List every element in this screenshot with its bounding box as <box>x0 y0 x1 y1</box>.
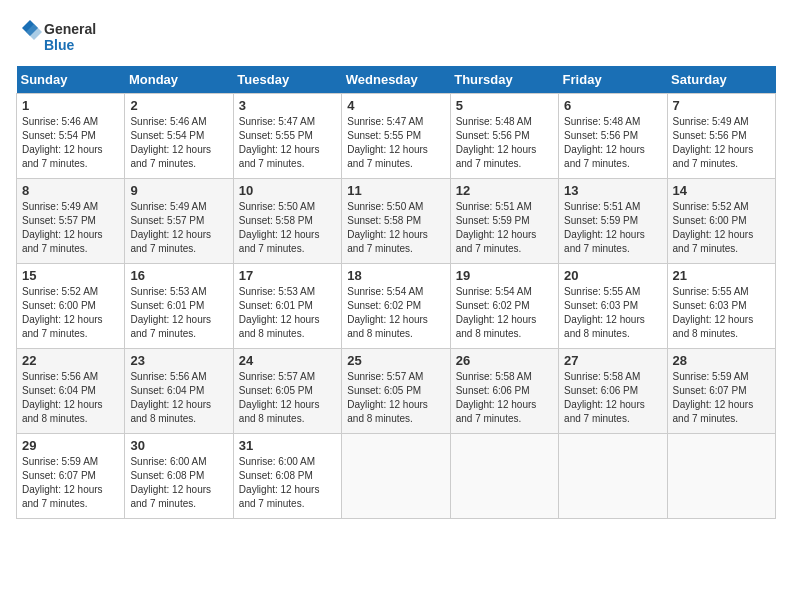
day-number: 20 <box>564 268 661 283</box>
calendar-cell: 18Sunrise: 5:54 AM Sunset: 6:02 PM Dayli… <box>342 264 450 349</box>
day-info: Sunrise: 5:47 AM Sunset: 5:55 PM Dayligh… <box>347 115 444 171</box>
column-header-friday: Friday <box>559 66 667 94</box>
day-info: Sunrise: 5:55 AM Sunset: 6:03 PM Dayligh… <box>564 285 661 341</box>
calendar-cell: 31Sunrise: 6:00 AM Sunset: 6:08 PM Dayli… <box>233 434 341 519</box>
day-number: 30 <box>130 438 227 453</box>
day-number: 19 <box>456 268 553 283</box>
day-number: 12 <box>456 183 553 198</box>
day-number: 24 <box>239 353 336 368</box>
day-number: 25 <box>347 353 444 368</box>
day-info: Sunrise: 5:57 AM Sunset: 6:05 PM Dayligh… <box>239 370 336 426</box>
day-number: 23 <box>130 353 227 368</box>
day-number: 10 <box>239 183 336 198</box>
calendar-cell: 2Sunrise: 5:46 AM Sunset: 5:54 PM Daylig… <box>125 94 233 179</box>
column-header-saturday: Saturday <box>667 66 775 94</box>
svg-text:General: General <box>44 21 96 37</box>
column-header-wednesday: Wednesday <box>342 66 450 94</box>
day-info: Sunrise: 5:49 AM Sunset: 5:57 PM Dayligh… <box>130 200 227 256</box>
day-info: Sunrise: 5:56 AM Sunset: 6:04 PM Dayligh… <box>22 370 119 426</box>
day-info: Sunrise: 5:50 AM Sunset: 5:58 PM Dayligh… <box>239 200 336 256</box>
week-row-4: 22Sunrise: 5:56 AM Sunset: 6:04 PM Dayli… <box>17 349 776 434</box>
day-number: 21 <box>673 268 770 283</box>
day-info: Sunrise: 5:46 AM Sunset: 5:54 PM Dayligh… <box>130 115 227 171</box>
day-number: 1 <box>22 98 119 113</box>
day-number: 2 <box>130 98 227 113</box>
day-info: Sunrise: 6:00 AM Sunset: 6:08 PM Dayligh… <box>239 455 336 511</box>
calendar-cell <box>667 434 775 519</box>
day-info: Sunrise: 5:51 AM Sunset: 5:59 PM Dayligh… <box>564 200 661 256</box>
logo: General Blue <box>16 16 106 56</box>
calendar-cell: 5Sunrise: 5:48 AM Sunset: 5:56 PM Daylig… <box>450 94 558 179</box>
day-number: 9 <box>130 183 227 198</box>
day-number: 5 <box>456 98 553 113</box>
day-info: Sunrise: 5:59 AM Sunset: 6:07 PM Dayligh… <box>22 455 119 511</box>
day-number: 31 <box>239 438 336 453</box>
day-number: 14 <box>673 183 770 198</box>
week-row-5: 29Sunrise: 5:59 AM Sunset: 6:07 PM Dayli… <box>17 434 776 519</box>
calendar-cell: 1Sunrise: 5:46 AM Sunset: 5:54 PM Daylig… <box>17 94 125 179</box>
calendar-cell: 13Sunrise: 5:51 AM Sunset: 5:59 PM Dayli… <box>559 179 667 264</box>
calendar-cell: 24Sunrise: 5:57 AM Sunset: 6:05 PM Dayli… <box>233 349 341 434</box>
calendar-body: 1Sunrise: 5:46 AM Sunset: 5:54 PM Daylig… <box>17 94 776 519</box>
day-info: Sunrise: 5:56 AM Sunset: 6:04 PM Dayligh… <box>130 370 227 426</box>
column-header-monday: Monday <box>125 66 233 94</box>
day-number: 15 <box>22 268 119 283</box>
day-info: Sunrise: 5:53 AM Sunset: 6:01 PM Dayligh… <box>239 285 336 341</box>
column-header-thursday: Thursday <box>450 66 558 94</box>
week-row-2: 8Sunrise: 5:49 AM Sunset: 5:57 PM Daylig… <box>17 179 776 264</box>
day-info: Sunrise: 5:49 AM Sunset: 5:56 PM Dayligh… <box>673 115 770 171</box>
calendar-cell: 9Sunrise: 5:49 AM Sunset: 5:57 PM Daylig… <box>125 179 233 264</box>
week-row-3: 15Sunrise: 5:52 AM Sunset: 6:00 PM Dayli… <box>17 264 776 349</box>
calendar-cell: 21Sunrise: 5:55 AM Sunset: 6:03 PM Dayli… <box>667 264 775 349</box>
day-info: Sunrise: 5:49 AM Sunset: 5:57 PM Dayligh… <box>22 200 119 256</box>
day-info: Sunrise: 5:55 AM Sunset: 6:03 PM Dayligh… <box>673 285 770 341</box>
day-info: Sunrise: 6:00 AM Sunset: 6:08 PM Dayligh… <box>130 455 227 511</box>
calendar-cell: 3Sunrise: 5:47 AM Sunset: 5:55 PM Daylig… <box>233 94 341 179</box>
day-info: Sunrise: 5:58 AM Sunset: 6:06 PM Dayligh… <box>456 370 553 426</box>
day-number: 18 <box>347 268 444 283</box>
calendar-cell: 16Sunrise: 5:53 AM Sunset: 6:01 PM Dayli… <box>125 264 233 349</box>
calendar-cell: 20Sunrise: 5:55 AM Sunset: 6:03 PM Dayli… <box>559 264 667 349</box>
day-info: Sunrise: 5:54 AM Sunset: 6:02 PM Dayligh… <box>347 285 444 341</box>
calendar-table: SundayMondayTuesdayWednesdayThursdayFrid… <box>16 66 776 519</box>
calendar-cell: 7Sunrise: 5:49 AM Sunset: 5:56 PM Daylig… <box>667 94 775 179</box>
calendar-header-row: SundayMondayTuesdayWednesdayThursdayFrid… <box>17 66 776 94</box>
day-number: 28 <box>673 353 770 368</box>
day-info: Sunrise: 5:51 AM Sunset: 5:59 PM Dayligh… <box>456 200 553 256</box>
day-info: Sunrise: 5:54 AM Sunset: 6:02 PM Dayligh… <box>456 285 553 341</box>
week-row-1: 1Sunrise: 5:46 AM Sunset: 5:54 PM Daylig… <box>17 94 776 179</box>
day-number: 22 <box>22 353 119 368</box>
calendar-cell: 6Sunrise: 5:48 AM Sunset: 5:56 PM Daylig… <box>559 94 667 179</box>
day-info: Sunrise: 5:57 AM Sunset: 6:05 PM Dayligh… <box>347 370 444 426</box>
calendar-cell: 14Sunrise: 5:52 AM Sunset: 6:00 PM Dayli… <box>667 179 775 264</box>
calendar-cell: 17Sunrise: 5:53 AM Sunset: 6:01 PM Dayli… <box>233 264 341 349</box>
column-header-sunday: Sunday <box>17 66 125 94</box>
calendar-cell: 8Sunrise: 5:49 AM Sunset: 5:57 PM Daylig… <box>17 179 125 264</box>
day-info: Sunrise: 5:59 AM Sunset: 6:07 PM Dayligh… <box>673 370 770 426</box>
logo-svg: General Blue <box>16 16 106 56</box>
day-info: Sunrise: 5:52 AM Sunset: 6:00 PM Dayligh… <box>673 200 770 256</box>
calendar-cell <box>342 434 450 519</box>
day-number: 7 <box>673 98 770 113</box>
day-number: 8 <box>22 183 119 198</box>
day-info: Sunrise: 5:48 AM Sunset: 5:56 PM Dayligh… <box>456 115 553 171</box>
calendar-cell: 29Sunrise: 5:59 AM Sunset: 6:07 PM Dayli… <box>17 434 125 519</box>
day-info: Sunrise: 5:53 AM Sunset: 6:01 PM Dayligh… <box>130 285 227 341</box>
calendar-cell: 27Sunrise: 5:58 AM Sunset: 6:06 PM Dayli… <box>559 349 667 434</box>
calendar-cell: 25Sunrise: 5:57 AM Sunset: 6:05 PM Dayli… <box>342 349 450 434</box>
calendar-cell <box>559 434 667 519</box>
column-header-tuesday: Tuesday <box>233 66 341 94</box>
calendar-cell <box>450 434 558 519</box>
day-number: 29 <box>22 438 119 453</box>
day-info: Sunrise: 5:48 AM Sunset: 5:56 PM Dayligh… <box>564 115 661 171</box>
day-number: 17 <box>239 268 336 283</box>
day-info: Sunrise: 5:58 AM Sunset: 6:06 PM Dayligh… <box>564 370 661 426</box>
calendar-cell: 22Sunrise: 5:56 AM Sunset: 6:04 PM Dayli… <box>17 349 125 434</box>
calendar-cell: 11Sunrise: 5:50 AM Sunset: 5:58 PM Dayli… <box>342 179 450 264</box>
day-number: 6 <box>564 98 661 113</box>
header: General Blue <box>16 16 776 56</box>
calendar-cell: 30Sunrise: 6:00 AM Sunset: 6:08 PM Dayli… <box>125 434 233 519</box>
day-number: 26 <box>456 353 553 368</box>
day-number: 27 <box>564 353 661 368</box>
calendar-cell: 19Sunrise: 5:54 AM Sunset: 6:02 PM Dayli… <box>450 264 558 349</box>
